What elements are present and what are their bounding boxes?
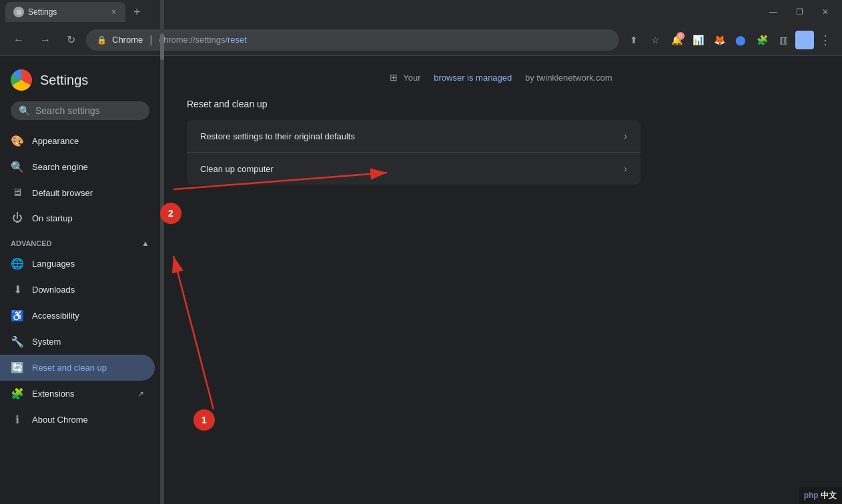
sidebar-item-accessibility[interactable]: ♿ Accessibility [0, 303, 155, 329]
page-section-title: Reset and clean up [187, 99, 815, 109]
refresh-button[interactable]: ↻ [61, 31, 81, 49]
languages-icon: 🌐 [11, 257, 24, 270]
sidebar-toggle-icon[interactable]: ▥ [774, 31, 793, 49]
maximize-button[interactable]: ❐ [788, 5, 811, 19]
restore-settings-row[interactable]: Restore settings to their original defau… [187, 120, 641, 153]
on-startup-icon: ⏻ [11, 212, 24, 224]
sidebar-item-label: On startup [32, 213, 144, 223]
annotation-circle-1: 1 [193, 409, 215, 431]
settings-header: Settings [0, 61, 160, 101]
chrome-logo [11, 69, 32, 91]
downloads-icon: ⬇ [11, 283, 24, 296]
watermark-php: php [804, 491, 819, 500]
system-icon: 🔧 [11, 335, 24, 348]
browser-tab[interactable]: ⚙ Settings × [5, 2, 125, 22]
extensions-icon: 🧩 [11, 387, 24, 400]
lock-icon: 🔒 [97, 35, 107, 45]
advanced-label: Advanced [11, 239, 52, 247]
notifications-icon[interactable]: 🔔0 [667, 31, 686, 49]
sidebar-item-label: Appearance [32, 136, 144, 146]
svg-line-1 [173, 256, 214, 409]
sidebar-item-system[interactable]: 🔧 System [0, 329, 155, 355]
clean-up-computer-row[interactable]: Clean up computer › [187, 153, 641, 185]
search-engine-icon: 🔍 [11, 161, 24, 173]
search-box[interactable]: 🔍 [11, 101, 149, 120]
settings-card: Restore settings to their original defau… [187, 120, 641, 185]
titlebar-left: ⚙ Settings × + [5, 2, 146, 22]
titlebar: ⚙ Settings × + — ❐ ✕ [0, 0, 842, 24]
url-bar[interactable]: 🔒 Chrome | chrome://settings/reset [86, 29, 619, 51]
sidebar-item-extensions[interactable]: 🧩 Extensions ↗ [0, 381, 155, 407]
addressbar-icons: ⬆ ☆ 🔔0 📊 🦊 ⬤ 🧩 ▥ ⋮ [624, 30, 834, 50]
sidebar-item-about-chrome[interactable]: ℹ About Chrome [0, 407, 155, 433]
url-chrome-label: Chrome [112, 35, 143, 45]
close-button[interactable]: ✕ [814, 5, 837, 19]
restore-settings-label: Restore settings to their original defau… [200, 131, 355, 141]
puzzle-icon[interactable]: 🧩 [753, 31, 771, 49]
addressbar: ← → ↻ 🔒 Chrome | chrome://settings/reset… [0, 24, 842, 56]
stats-icon[interactable]: 📊 [689, 31, 707, 49]
sidebar-item-appearance[interactable]: 🎨 Appearance [0, 128, 155, 154]
sidebar: Settings 🔍 🎨 Appearance 🔍 Search engine … [0, 56, 160, 504]
sidebar-item-downloads[interactable]: ⬇ Downloads [0, 277, 155, 303]
url-path: chrome://settings/reset [159, 35, 247, 45]
managed-link[interactable]: browser is managed [434, 73, 512, 83]
menu-icon[interactable]: ⋮ [817, 30, 834, 50]
fox-icon[interactable]: 🦊 [710, 31, 729, 49]
annotation-circle-2: 2 [160, 203, 181, 224]
bookmark-icon[interactable]: ☆ [646, 31, 665, 49]
managed-text: Your [403, 73, 420, 83]
url-separator: | [149, 34, 152, 46]
new-tab-button[interactable]: + [128, 3, 146, 22]
sidebar-item-label: Accessibility [32, 311, 144, 321]
search-icon: 🔍 [19, 105, 30, 116]
advanced-section-header: Advanced ▲ [0, 231, 160, 251]
collapse-icon[interactable]: ▲ [141, 239, 149, 248]
sidebar-item-search-engine[interactable]: 🔍 Search engine [0, 154, 155, 180]
sidebar-item-label: Extensions [32, 389, 129, 399]
forward-button[interactable]: → [35, 31, 56, 49]
sidebar-item-reset-and-clean-up[interactable]: 🔄 Reset and clean up [0, 355, 155, 381]
profile-avatar[interactable] [795, 31, 814, 49]
url-highlighted-segment: reset [228, 35, 247, 45]
search-input[interactable] [35, 105, 152, 116]
default-browser-icon: 🖥 [11, 187, 24, 199]
external-link-icon: ↗ [137, 389, 144, 399]
sidebar-item-label: Reset and clean up [32, 363, 144, 373]
sidebar-item-label: System [32, 337, 144, 347]
share-icon[interactable]: ⬆ [624, 31, 643, 49]
managed-icon: ⊞ [390, 72, 398, 83]
notification-badge: 0 [677, 32, 685, 40]
sidebar-item-label: Search engine [32, 162, 144, 172]
back-button[interactable]: ← [8, 31, 29, 49]
managed-suffix: by twinklenetwork.com [525, 73, 612, 83]
sidebar-item-label: Downloads [32, 285, 144, 295]
window-controls: — ❐ ✕ [761, 5, 837, 19]
minimize-button[interactable]: — [761, 5, 785, 19]
main-layout: Settings 🔍 🎨 Appearance 🔍 Search engine … [0, 56, 842, 504]
sidebar-item-label: About Chrome [32, 415, 144, 425]
tab-close-button[interactable]: × [110, 6, 117, 18]
restore-settings-arrow: › [624, 131, 627, 141]
reset-icon: 🔄 [11, 361, 24, 374]
sidebar-item-languages[interactable]: 🌐 Languages [0, 251, 155, 277]
sidebar-item-label: Default browser [32, 188, 144, 198]
content-area: ⊞ Your browser is managed by twinklenetw… [160, 56, 842, 504]
tab-favicon: ⚙ [13, 7, 24, 17]
sidebar-item-label: Languages [32, 259, 144, 269]
tab-title: Settings [28, 7, 106, 17]
sidebar-item-on-startup[interactable]: ⏻ On startup [0, 205, 155, 231]
watermark: php 中文 [799, 487, 842, 504]
settings-title: Settings [40, 73, 88, 88]
accessibility-icon: ♿ [11, 309, 24, 322]
appearance-icon: 🎨 [11, 135, 24, 147]
clean-up-computer-arrow: › [624, 163, 627, 174]
managed-banner: ⊞ Your browser is managed by twinklenetw… [187, 72, 815, 83]
about-icon: ℹ [11, 413, 24, 426]
watermark-cn: 中文 [821, 491, 837, 500]
chrome-extensions-icon[interactable]: ⬤ [731, 31, 750, 49]
sidebar-item-default-browser[interactable]: 🖥 Default browser [0, 180, 155, 205]
clean-up-computer-label: Clean up computer [200, 164, 274, 174]
